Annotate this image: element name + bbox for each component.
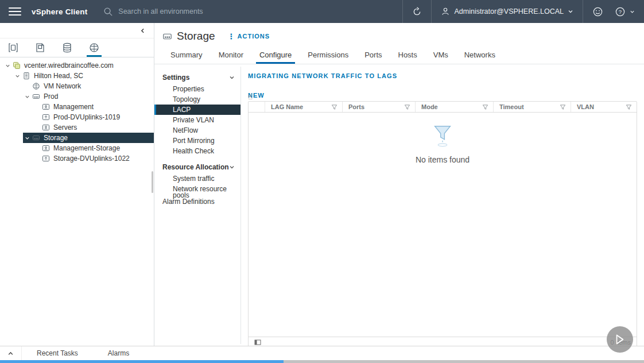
subnav-section-resource-allocation[interactable]: Resource Allocation xyxy=(160,161,240,173)
subnav-item-private-vlan[interactable]: Private VLAN xyxy=(160,115,240,125)
column-header-mode[interactable]: Mode xyxy=(415,102,493,112)
portgroup-icon xyxy=(42,144,50,152)
inventory-tree: vcenter.wiredbraincoffee.com Hilton Head… xyxy=(0,57,154,164)
filter-icon[interactable] xyxy=(626,104,632,110)
tab-vms-and-templates[interactable] xyxy=(32,38,49,57)
subnav-section-settings[interactable]: Settings xyxy=(160,71,240,84)
tab-hosts[interactable]: Hosts xyxy=(390,47,425,64)
tab-permissions[interactable]: Permissions xyxy=(300,47,356,64)
tree-item-label: Prod-DVUplinks-1019 xyxy=(53,113,120,121)
column-label: LAG Name xyxy=(271,103,303,110)
chevron-down-icon xyxy=(630,9,635,14)
subnav-section-label: Settings xyxy=(162,74,189,82)
tab-monitor[interactable]: Monitor xyxy=(211,47,251,64)
top-bar: vSphere Client Administrator@VSPHERE.LOC… xyxy=(0,0,644,23)
chevron-down-icon xyxy=(568,9,573,14)
collapse-sidebar-icon[interactable] xyxy=(139,28,146,34)
tree-item-management-storage[interactable]: Management-Storage xyxy=(33,143,154,153)
tree-item-management[interactable]: Management xyxy=(33,102,154,112)
column-header-timeout[interactable]: Timeout xyxy=(493,102,571,112)
expand-panel-button[interactable] xyxy=(0,346,22,360)
column-label: Ports xyxy=(348,103,364,110)
table-header-spacer xyxy=(249,102,265,112)
sidebar-scrollbar[interactable] xyxy=(152,171,153,193)
tab-vms[interactable]: VMs xyxy=(425,47,456,64)
dvswitch-icon xyxy=(32,134,40,142)
smiley-icon xyxy=(592,6,603,17)
table-header-row: LAG Name Ports Mode Timeout xyxy=(249,102,637,113)
chevron-down-icon[interactable] xyxy=(15,74,20,79)
help-menu[interactable] xyxy=(612,0,644,23)
subnav-item-health-check[interactable]: Health Check xyxy=(160,146,240,156)
tab-summary[interactable]: Summary xyxy=(162,47,211,64)
tab-networks[interactable]: Networks xyxy=(456,47,503,64)
hamburger-menu-icon[interactable] xyxy=(9,7,21,16)
column-label: Timeout xyxy=(499,103,524,110)
global-search[interactable] xyxy=(103,7,256,17)
tab-ports[interactable]: Ports xyxy=(356,47,390,64)
tree-item-label: Storage-DVUplinks-1022 xyxy=(53,155,130,163)
user-menu[interactable]: Administrator@VSPHERE.LOCAL xyxy=(432,0,583,23)
tree-item-vm-network[interactable]: VM Network xyxy=(23,81,154,91)
tree-item-prod-dvuplinks[interactable]: Prod-DVUplinks-1019 xyxy=(33,112,154,122)
uplink-portgroup-icon xyxy=(42,155,50,163)
refresh-button[interactable] xyxy=(403,0,431,23)
topbar-right-controls: Administrator@VSPHERE.LOCAL xyxy=(402,0,644,23)
chevron-down-icon xyxy=(229,164,235,170)
tab-configure[interactable]: Configure xyxy=(251,47,300,64)
tree-item-vcenter[interactable]: vcenter.wiredbraincoffee.com xyxy=(3,60,154,71)
subnav-item-port-mirroring[interactable]: Port Mirroring xyxy=(160,136,240,146)
play-overlay-button[interactable] xyxy=(607,326,633,353)
tab-networking[interactable] xyxy=(86,38,103,57)
app-title: vSphere Client xyxy=(32,7,87,16)
tree-item-storage-dvswitch[interactable]: Storage xyxy=(23,133,154,143)
mouse-cursor-icon: ☝ xyxy=(248,92,253,101)
filter-icon[interactable] xyxy=(560,104,566,110)
tree-item-prod[interactable]: Prod xyxy=(23,91,154,102)
video-progress-bar[interactable] xyxy=(0,360,644,363)
play-icon xyxy=(612,332,627,347)
tree-item-label: VM Network xyxy=(44,82,81,90)
search-input[interactable] xyxy=(118,7,256,16)
refresh-icon xyxy=(412,7,422,17)
subnav-item-topology[interactable]: Topology xyxy=(160,94,240,105)
bottom-panel-bar: Recent Tasks Alarms xyxy=(0,346,644,360)
column-header-vlan[interactable]: VLAN xyxy=(571,102,637,112)
actions-button[interactable]: ⋮ ACTIONS xyxy=(228,32,270,41)
filter-icon[interactable] xyxy=(404,104,410,110)
portgroup-icon xyxy=(42,123,50,132)
chevron-up-icon xyxy=(7,350,14,357)
dvswitch-icon xyxy=(162,32,172,41)
feedback-button[interactable] xyxy=(583,0,612,23)
user-icon xyxy=(441,7,450,16)
subnav-section-label: Resource Allocation xyxy=(162,163,229,171)
column-settings-icon[interactable] xyxy=(254,339,261,346)
tab-storage[interactable] xyxy=(59,38,76,57)
subnav-item-properties[interactable]: Properties xyxy=(160,84,240,94)
filter-icon[interactable] xyxy=(331,104,337,110)
dvswitch-icon xyxy=(32,92,40,101)
subnav-item-netflow[interactable]: NetFlow xyxy=(160,125,240,136)
filter-icon[interactable] xyxy=(482,104,488,110)
inventory-icon-tabs xyxy=(0,38,154,57)
subnav-item-alarm-definitions[interactable]: Alarm Definitions xyxy=(160,194,240,208)
tab-recent-tasks[interactable]: Recent Tasks xyxy=(22,349,93,357)
tree-item-storage-dvuplinks[interactable]: Storage-DVUplinks-1022 xyxy=(33,153,154,164)
tab-alarms[interactable]: Alarms xyxy=(93,349,144,357)
chevron-down-icon[interactable] xyxy=(5,63,10,68)
subnav-item-network-resource-pools[interactable]: Network resource pools xyxy=(160,184,240,194)
subnav-item-system-traffic[interactable]: System traffic xyxy=(160,173,240,184)
table-empty-state: No items found xyxy=(249,113,637,337)
column-header-ports[interactable]: Ports xyxy=(342,102,415,112)
tab-hosts-and-clusters[interactable] xyxy=(5,38,22,57)
column-header-lag-name[interactable]: LAG Name xyxy=(265,102,342,112)
migrating-traffic-link[interactable]: MIGRATING NETWORK TRAFFIC TO LAGS xyxy=(248,72,637,79)
chevron-down-icon[interactable] xyxy=(25,136,30,141)
network-icon xyxy=(32,82,40,90)
chevron-down-icon[interactable] xyxy=(25,94,30,99)
tree-item-servers[interactable]: Servers xyxy=(33,122,154,133)
navigation-sidebar: vcenter.wiredbraincoffee.com Hilton Head… xyxy=(0,23,154,346)
subnav-item-lacp[interactable]: LACP xyxy=(154,105,240,115)
tree-item-datacenter[interactable]: Hilton Head, SC xyxy=(13,71,154,81)
actions-label: ACTIONS xyxy=(238,33,270,40)
